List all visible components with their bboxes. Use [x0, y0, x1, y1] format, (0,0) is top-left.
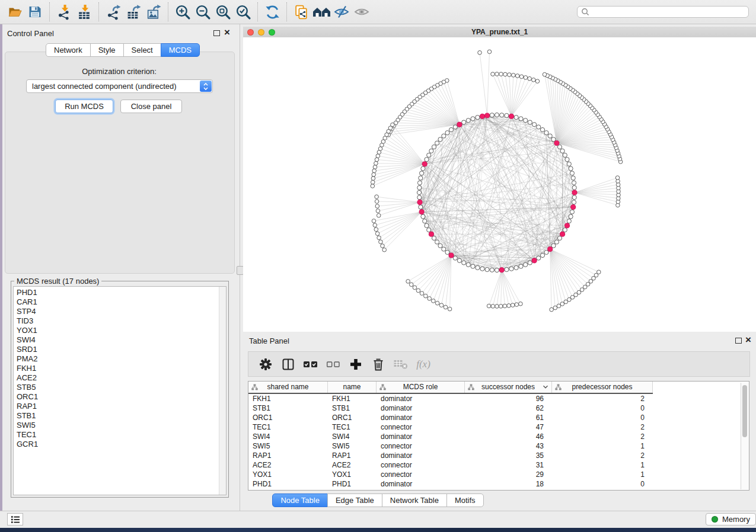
- mcds-result-item[interactable]: FKH1: [14, 364, 226, 373]
- close-panel-icon[interactable]: ×: [224, 29, 230, 36]
- memory-button[interactable]: Memory: [706, 513, 756, 525]
- zoom-selected-icon[interactable]: [233, 2, 253, 21]
- table-settings-icon[interactable]: [254, 355, 277, 373]
- zoom-out-icon[interactable]: [193, 2, 213, 21]
- table-row[interactable]: TEC1TEC1connector472: [248, 422, 741, 432]
- open-session-icon[interactable]: [5, 2, 25, 21]
- table-row[interactable]: ACE2ACE2connector311: [248, 460, 741, 470]
- mcds-result-item[interactable]: STB1: [14, 411, 226, 421]
- run-mcds-button[interactable]: Run MCDS: [55, 100, 113, 113]
- table-cell: STB1: [328, 403, 377, 413]
- mcds-result-list: PHD1CAR1STP4TID3YOX1SWI4SRD1PMA2FKH1ACE2…: [14, 287, 226, 449]
- mcds-result-item[interactable]: STP4: [14, 307, 226, 316]
- add-column-icon[interactable]: [344, 355, 367, 373]
- deselect-all-icon[interactable]: [322, 355, 344, 373]
- column-header-name[interactable]: name: [328, 382, 377, 393]
- function-builder-icon[interactable]: f(x): [412, 355, 435, 373]
- column-type-icon: [555, 384, 562, 390]
- network-window-titlebar[interactable]: YPA_prune.txt_1: [243, 27, 756, 38]
- table-row[interactable]: STB1STB1dominator620: [248, 403, 741, 413]
- network-canvas[interactable]: [243, 37, 756, 332]
- zoom-in-icon[interactable]: [173, 2, 193, 21]
- tab-network[interactable]: Network: [46, 43, 91, 57]
- table-row[interactable]: RAP1RAP1dominator352: [248, 451, 741, 460]
- memory-label: Memory: [722, 515, 750, 524]
- column-header-successor-nodes[interactable]: successor nodes: [465, 382, 552, 393]
- table-panel-tabs: Node TableEdge TableNetwork TableMotifs: [0, 493, 756, 507]
- save-session-icon[interactable]: [25, 2, 45, 21]
- export-image-icon[interactable]: [143, 2, 164, 21]
- table-cell: ORC1: [248, 413, 328, 422]
- mcds-result-item[interactable]: STB5: [14, 383, 226, 392]
- mcds-result-item[interactable]: SRD1: [14, 345, 226, 354]
- tab-select[interactable]: Select: [123, 43, 161, 57]
- export-network-icon[interactable]: [103, 2, 123, 21]
- delete-column-icon[interactable]: [367, 355, 390, 373]
- delete-table-icon[interactable]: [390, 355, 412, 373]
- table-scrollbar[interactable]: [741, 383, 749, 489]
- table-cell: dominator: [377, 394, 465, 403]
- column-header-predecessor-nodes[interactable]: predecessor nodes: [552, 382, 653, 393]
- table-cell: dominator: [377, 479, 465, 489]
- tab-mcds[interactable]: MCDS: [161, 43, 200, 57]
- hide-graphics-details-icon[interactable]: [331, 2, 352, 21]
- mcds-result-item[interactable]: PHD1: [14, 288, 226, 297]
- refresh-view-icon[interactable]: [262, 2, 282, 21]
- table-tab-motifs[interactable]: Motifs: [446, 493, 484, 507]
- mcds-result-item[interactable]: SWI4: [14, 335, 226, 345]
- mcds-result-item[interactable]: YOX1: [14, 326, 226, 335]
- mcds-result-item[interactable]: ORC1: [14, 392, 226, 402]
- table-row[interactable]: YOX1YOX1connector291: [248, 470, 741, 479]
- column-header-shared-name[interactable]: shared name: [248, 382, 328, 393]
- zoom-fit-icon[interactable]: [213, 2, 233, 21]
- toolbar-separator: [286, 2, 287, 21]
- mcds-result-item[interactable]: GCR1: [14, 440, 226, 449]
- network-graph[interactable]: [243, 37, 756, 332]
- close-table-panel-icon[interactable]: ×: [745, 336, 751, 344]
- mcds-result-item[interactable]: ACE2: [14, 373, 226, 383]
- close-panel-button[interactable]: Close panel: [120, 100, 182, 113]
- select-all-icon[interactable]: [299, 355, 322, 373]
- mcds-result-item[interactable]: CAR1: [14, 297, 226, 307]
- show-graphics-details-icon[interactable]: [352, 2, 372, 21]
- table-row[interactable]: ORC1ORC1dominator610: [248, 413, 741, 422]
- table-row[interactable]: PHD1PHD1dominator180: [248, 479, 741, 489]
- table-row[interactable]: FKH1FKH1dominator962: [248, 394, 741, 403]
- table-tab-edge-table[interactable]: Edge Table: [327, 493, 382, 507]
- show-all-networks-icon[interactable]: [311, 2, 331, 21]
- mcds-result-item[interactable]: RAP1: [14, 402, 226, 411]
- task-history-button[interactable]: [7, 513, 23, 525]
- import-table-icon[interactable]: [74, 2, 94, 21]
- import-network-icon[interactable]: [54, 2, 74, 21]
- table-cell: PHD1: [328, 479, 377, 489]
- mcds-list-scrollbar[interactable]: [219, 287, 226, 495]
- table-row[interactable]: SWI5SWI5connector431: [248, 441, 741, 451]
- network-window-title: YPA_prune.txt_1: [243, 28, 756, 36]
- mcds-result-title: MCDS result (17 nodes): [14, 277, 101, 286]
- control-panel-tabs: NetworkStyleSelectMCDS: [46, 43, 200, 57]
- column-header-MCDS-role[interactable]: MCDS role: [377, 382, 465, 393]
- criterion-dropdown[interactable]: largest connected component (undirected): [26, 79, 213, 93]
- tab-style[interactable]: Style: [90, 43, 124, 57]
- table-tab-node-table[interactable]: Node Table: [272, 493, 328, 507]
- mcds-result-item[interactable]: SWI5: [14, 421, 226, 430]
- show-columns-icon[interactable]: [277, 355, 299, 373]
- table-cell: 18: [465, 479, 552, 489]
- mcds-result-item[interactable]: PMA2: [14, 354, 226, 364]
- float-panel-icon[interactable]: [213, 30, 220, 36]
- table-row[interactable]: SWI4SWI4dominator462: [248, 432, 741, 441]
- node-table[interactable]: shared namenameMCDS rolesuccessor nodesp…: [248, 381, 749, 491]
- table-scrollbar-thumb[interactable]: [742, 385, 747, 437]
- mcds-result-item[interactable]: TID3: [14, 316, 226, 326]
- table-tab-network-table[interactable]: Network Table: [382, 493, 447, 507]
- table-cell: PHD1: [248, 479, 328, 489]
- share-network-icon[interactable]: [291, 2, 311, 21]
- table-cell: 46: [465, 432, 552, 441]
- search-input[interactable]: [577, 6, 749, 18]
- mcds-result-item[interactable]: TEC1: [14, 430, 226, 440]
- table-cell: FKH1: [328, 394, 377, 403]
- table-cell: SWI4: [328, 432, 377, 441]
- float-table-panel-icon[interactable]: [735, 338, 742, 344]
- export-table-icon[interactable]: [123, 2, 143, 21]
- table-cell: SWI5: [248, 441, 328, 451]
